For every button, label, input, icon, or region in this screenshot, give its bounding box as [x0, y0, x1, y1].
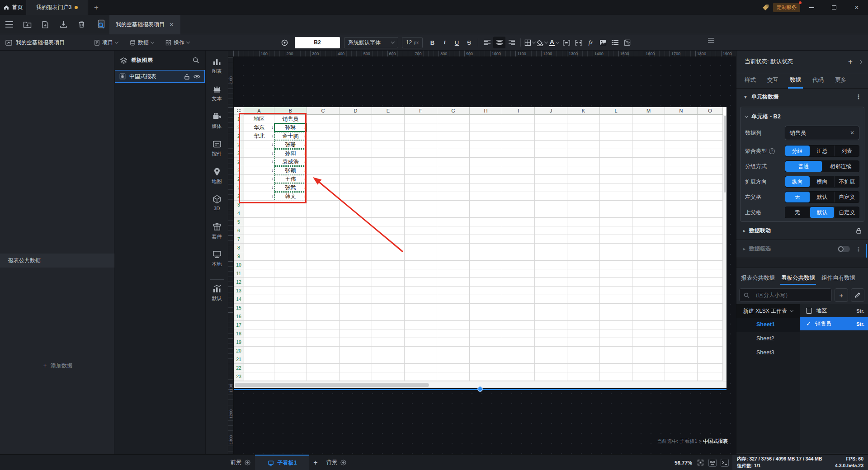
sheet-cell[interactable] [665, 261, 698, 269]
sheet-cell[interactable] [307, 115, 340, 123]
sheet-cell[interactable] [470, 209, 502, 218]
sheet-cell[interactable] [274, 244, 307, 252]
column-header-C[interactable]: C [307, 107, 340, 115]
sheet-cell[interactable] [372, 347, 405, 355]
add-data-button[interactable]: ＋添加数据 [0, 362, 114, 370]
layer-item-chinese-report[interactable]: 中国式报表 [115, 70, 205, 83]
sheet-cell[interactable] [307, 158, 340, 166]
sheet-cell[interactable] [405, 321, 437, 329]
sheet-cell[interactable] [535, 226, 567, 235]
sheet-cell[interactable] [632, 355, 665, 364]
sheet-cell[interactable] [340, 287, 372, 295]
panel-scrollbar-thumb[interactable] [866, 244, 867, 258]
sheet-cell[interactable] [600, 209, 632, 218]
sheet-cell[interactable] [535, 312, 567, 321]
sheet-cell[interactable] [437, 226, 470, 235]
sheet-cell[interactable] [535, 123, 567, 132]
data-tab-组件自有数据[interactable]: 组件自有数据 [821, 274, 855, 286]
sheet-cell[interactable] [502, 201, 535, 209]
sheet-cell[interactable] [567, 149, 600, 158]
sheet-cell[interactable] [600, 235, 632, 244]
sheet-cell[interactable] [405, 355, 437, 364]
sheet-cell[interactable] [307, 338, 340, 347]
sheet-cell[interactable] [698, 141, 723, 149]
sheet-vertical-scrollbar[interactable] [723, 115, 726, 381]
sheet-cell[interactable] [307, 175, 340, 183]
sheet-cell[interactable] [405, 141, 437, 149]
sheet-cell[interactable] [372, 175, 405, 183]
portal-tab[interactable]: 我的报表门户3 [26, 0, 88, 15]
sheet-cell[interactable] [665, 226, 698, 235]
sheet-cell[interactable]: 张武↓ [274, 183, 307, 192]
sheet-cell[interactable] [372, 183, 405, 192]
new-file-button[interactable] [36, 15, 54, 34]
sheet-cell[interactable] [632, 158, 665, 166]
sheet-cell[interactable] [502, 115, 535, 123]
window-close-button[interactable]: × [845, 0, 868, 15]
toolbar-overflow-icon[interactable] [708, 38, 714, 43]
sheet-cell[interactable] [567, 235, 600, 244]
edit-dataset-button[interactable] [851, 288, 864, 302]
add-dataset-button[interactable]: + [835, 288, 848, 302]
sheet-cell[interactable] [567, 158, 600, 166]
row-number[interactable]: 17 [234, 321, 244, 329]
sheet-cell[interactable] [437, 252, 470, 261]
sheet-cell[interactable] [470, 287, 502, 295]
sheet-cell[interactable] [632, 141, 665, 149]
sheet-cell[interactable] [698, 183, 723, 192]
sheet-cell[interactable] [698, 355, 723, 364]
sheet-cell[interactable] [698, 338, 723, 347]
sheet-cell[interactable] [600, 329, 632, 338]
sheet-cell[interactable] [665, 166, 698, 175]
caret-down-icon[interactable]: ▼ [743, 94, 748, 99]
sheet-cell[interactable] [307, 312, 340, 321]
sheet-cell[interactable] [665, 209, 698, 218]
italic-button[interactable]: I [439, 37, 451, 48]
sheet-cell[interactable] [340, 329, 372, 338]
sheet-cell[interactable] [307, 201, 340, 209]
sheet-cell[interactable] [567, 278, 600, 287]
sheet-cell[interactable] [665, 132, 698, 141]
segment-option[interactable]: 列表 [834, 146, 859, 156]
sheet-cell[interactable] [502, 192, 535, 201]
sheet-cell[interactable] [405, 149, 437, 158]
sheet-cell[interactable] [535, 218, 567, 226]
feedback-tag-icon[interactable] [762, 4, 769, 11]
sheet-cell[interactable] [567, 175, 600, 183]
sheet-cell[interactable] [632, 304, 665, 312]
merge-cells-icon[interactable] [560, 37, 572, 48]
sheet-cell[interactable] [665, 141, 698, 149]
sheet-cell[interactable] [340, 183, 372, 192]
sheet-cell[interactable] [632, 372, 665, 381]
sheet-cell[interactable] [372, 261, 405, 269]
home-tab[interactable]: 首页 [0, 0, 26, 15]
sheet-cell[interactable] [632, 287, 665, 295]
sheet-cell[interactable] [698, 372, 723, 381]
row-number[interactable]: 10 [234, 261, 244, 269]
sheet-cell[interactable] [535, 321, 567, 329]
sheet-cell[interactable] [632, 201, 665, 209]
sheet-cell[interactable] [535, 269, 567, 278]
sheet-cell[interactable] [632, 347, 665, 355]
sheet-cell[interactable] [307, 287, 340, 295]
segment-option[interactable]: 自定义 [834, 207, 859, 218]
sheet-cell[interactable] [340, 192, 372, 201]
custom-service-badge[interactable]: 定制服务 [773, 3, 800, 12]
sheet-cell[interactable] [600, 304, 632, 312]
strip-item-chart[interactable]: 图表 [206, 57, 228, 85]
segment-option[interactable]: 无 [785, 207, 810, 218]
sheet-cell[interactable] [502, 364, 535, 372]
sheet-cell[interactable] [405, 158, 437, 166]
sheet-cell[interactable] [470, 115, 502, 123]
scrollbar-thumb[interactable] [724, 116, 726, 193]
sheet-item-Sheet2[interactable]: Sheet2 [736, 332, 800, 346]
sheet-cell[interactable] [470, 141, 502, 149]
sheet-cell[interactable] [600, 287, 632, 295]
sheet-cell[interactable] [470, 158, 502, 166]
sheet-cell[interactable] [340, 149, 372, 158]
sheet-cell[interactable] [437, 338, 470, 347]
sheet-cell[interactable] [535, 372, 567, 381]
sheet-cell[interactable] [437, 269, 470, 278]
sheet-cell[interactable] [405, 252, 437, 261]
sheet-cell[interactable] [567, 355, 600, 364]
